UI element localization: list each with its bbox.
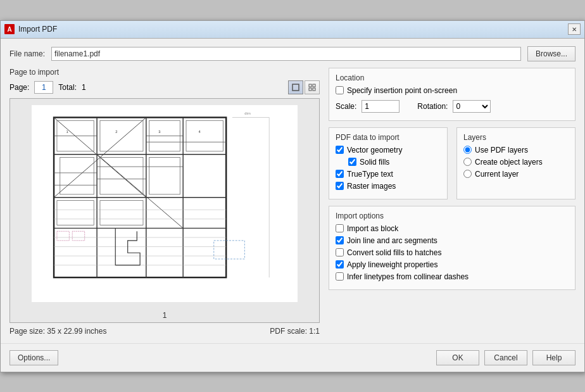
dialog-body: File name: Browse... Page to import Page… xyxy=(1,39,584,343)
layers-section: Layers Use PDF layers Create object laye… xyxy=(456,127,576,199)
browse-button[interactable]: Browse... xyxy=(527,46,576,61)
view-buttons xyxy=(288,80,320,94)
content-area: Page to import Page: Total: 1 xyxy=(9,68,576,336)
import-as-block-checkbox[interactable] xyxy=(336,224,344,232)
infer-linetypes-checkbox[interactable] xyxy=(336,272,344,281)
single-view-icon xyxy=(292,84,299,91)
svg-rect-1 xyxy=(309,84,311,87)
current-layer-radio[interactable] xyxy=(463,170,472,178)
raster-images-checkbox[interactable] xyxy=(336,182,344,190)
specify-label[interactable]: Specify insertion point on-screen xyxy=(347,86,457,95)
right-panel: Location Specify insertion point on-scre… xyxy=(329,68,576,336)
scale-row: Scale: Rotation: 0 xyxy=(336,100,569,113)
pdf-data-section: PDF data to import Vector geometry Solid… xyxy=(329,127,448,199)
page-number: 1 xyxy=(160,308,170,322)
total-label: Total: xyxy=(58,83,77,92)
apply-lineweight-checkbox[interactable] xyxy=(336,260,344,269)
file-row: File name: Browse... xyxy=(9,46,576,61)
svg-rect-2 xyxy=(313,84,315,87)
pdf-scale-label: PDF scale: 1:1 xyxy=(270,327,320,336)
raster-images-label[interactable]: Raster images xyxy=(347,182,396,191)
grid-view-button[interactable] xyxy=(305,80,320,94)
app-icon: A xyxy=(4,24,15,34)
import-options-title: Import options xyxy=(336,212,569,220)
truetype-text-row[interactable]: TrueType text xyxy=(336,170,441,179)
create-object-layers-radio[interactable] xyxy=(463,158,472,166)
cancel-button[interactable]: Cancel xyxy=(484,350,527,365)
join-line-arc-label[interactable]: Join line and arc segments xyxy=(347,236,437,245)
specify-row[interactable]: Specify insertion point on-screen xyxy=(336,86,569,95)
title-bar: A Import PDF ✕ xyxy=(1,21,584,39)
page-controls: Page: Total: 1 xyxy=(9,80,320,94)
preview-inner: 1 2 3 4 dim xyxy=(32,105,298,302)
grid-view-icon xyxy=(308,84,316,91)
convert-solid-fills-label[interactable]: Convert solid fills to hatches xyxy=(347,248,441,257)
svg-rect-4 xyxy=(313,88,315,91)
svg-rect-3 xyxy=(309,88,311,91)
apply-lineweight-label[interactable]: Apply lineweight properties xyxy=(347,260,437,269)
file-name-input[interactable] xyxy=(51,47,521,61)
location-section: Location Specify insertion point on-scre… xyxy=(329,68,576,121)
pdf-data-title: PDF data to import xyxy=(336,133,441,142)
vector-geometry-row[interactable]: Vector geometry xyxy=(336,146,441,155)
page-size-row: Page size: 35 x 22.99 inches PDF scale: … xyxy=(9,327,320,336)
use-pdf-layers-label[interactable]: Use PDF layers xyxy=(475,146,528,155)
import-options-section: Import options Import as block Join line… xyxy=(329,206,576,290)
convert-solid-fills-checkbox[interactable] xyxy=(336,248,344,256)
join-line-arc-row[interactable]: Join line and arc segments xyxy=(336,236,569,245)
import-pdf-dialog: A Import PDF ✕ File name: Browse... Page… xyxy=(0,20,585,372)
solid-fills-label[interactable]: Solid fills xyxy=(360,158,389,167)
solid-fills-checkbox[interactable] xyxy=(348,158,356,166)
create-object-layers-label[interactable]: Create object layers xyxy=(475,158,543,167)
vector-geometry-checkbox[interactable] xyxy=(336,146,344,154)
svg-text:1: 1 xyxy=(66,129,68,133)
svg-rect-0 xyxy=(292,84,299,91)
raster-images-row[interactable]: Raster images xyxy=(336,182,441,191)
page-nav: Page: Total: 1 xyxy=(9,81,86,94)
create-object-layers-row[interactable]: Create object layers xyxy=(463,158,569,167)
help-button[interactable]: Help xyxy=(532,350,576,365)
options-button[interactable]: Options... xyxy=(9,350,58,365)
footer-right: OK Cancel Help xyxy=(436,350,576,365)
solid-fills-row[interactable]: Solid fills xyxy=(348,158,441,167)
page-to-import-label: Page to import xyxy=(9,68,320,77)
current-layer-label[interactable]: Current layer xyxy=(475,170,519,179)
apply-lineweight-row[interactable]: Apply lineweight properties xyxy=(336,260,569,269)
convert-solid-fills-row[interactable]: Convert solid fills to hatches xyxy=(336,248,569,257)
current-layer-row[interactable]: Current layer xyxy=(463,170,569,179)
use-pdf-layers-radio[interactable] xyxy=(463,146,472,154)
ok-button[interactable]: OK xyxy=(436,350,479,365)
scale-input[interactable] xyxy=(362,100,399,113)
infer-linetypes-row[interactable]: Infer linetypes from collinear dashes xyxy=(336,272,569,281)
page-label: Page: xyxy=(9,83,29,92)
dialog-footer: Options... OK Cancel Help xyxy=(1,343,584,372)
blueprint-preview: 1 2 3 4 dim xyxy=(32,105,298,302)
left-panel: Page to import Page: Total: 1 xyxy=(9,68,320,336)
vector-geometry-label[interactable]: Vector geometry xyxy=(347,146,402,155)
page-size-label: Page size: 35 x 22.99 inches xyxy=(9,327,106,336)
import-as-block-label[interactable]: Import as block xyxy=(347,224,398,233)
single-view-button[interactable] xyxy=(288,80,303,94)
use-pdf-layers-row[interactable]: Use PDF layers xyxy=(463,146,569,155)
join-line-arc-checkbox[interactable] xyxy=(336,236,344,244)
infer-linetypes-label[interactable]: Infer linetypes from collinear dashes xyxy=(347,272,469,281)
page-input[interactable] xyxy=(34,81,53,94)
truetype-text-checkbox[interactable] xyxy=(336,170,344,178)
svg-text:3: 3 xyxy=(158,129,160,133)
layers-title: Layers xyxy=(463,133,569,142)
svg-text:dim: dim xyxy=(244,111,251,115)
svg-text:2: 2 xyxy=(115,129,117,133)
rotation-select[interactable]: 0 xyxy=(453,100,491,113)
specify-checkbox[interactable] xyxy=(336,86,344,94)
total-value: 1 xyxy=(82,83,86,92)
truetype-text-label[interactable]: TrueType text xyxy=(347,170,393,179)
scale-label: Scale: xyxy=(336,102,356,111)
import-as-block-row[interactable]: Import as block xyxy=(336,224,569,233)
rotation-label: Rotation: xyxy=(417,102,448,111)
close-button[interactable]: ✕ xyxy=(568,23,581,35)
dialog-title: Import PDF xyxy=(18,25,57,34)
location-title: Location xyxy=(336,73,569,82)
pdf-data-layers-row: PDF data to import Vector geometry Solid… xyxy=(329,127,576,206)
preview-box: 1 2 3 4 dim xyxy=(9,98,320,323)
file-name-label: File name: xyxy=(9,49,45,58)
